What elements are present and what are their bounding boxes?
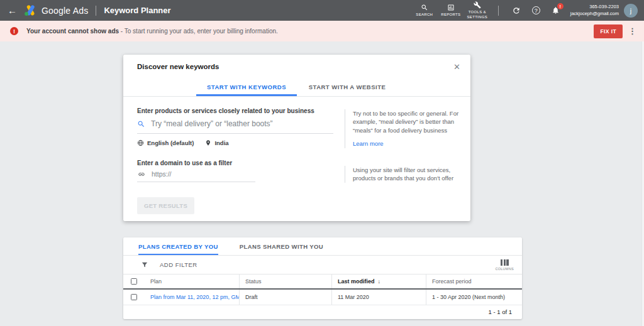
- account-email: jackjoceph@gmail.com: [570, 11, 619, 17]
- avatar[interactable]: j: [624, 4, 638, 18]
- topbar-divider: [96, 6, 96, 16]
- column-header-plan[interactable]: Plan: [145, 274, 239, 288]
- account-id: 365-039-2203: [570, 4, 619, 10]
- error-icon: !: [10, 27, 18, 35]
- close-icon[interactable]: ✕: [453, 63, 460, 71]
- plan-last-modified: 11 Mar 2020: [331, 290, 426, 305]
- keywords-help-text: Try not to be too specific or general. F…: [353, 109, 463, 134]
- refresh-icon: [512, 6, 521, 15]
- columns-label: COLUMNS: [495, 267, 514, 271]
- tools-settings-icon: [474, 1, 481, 9]
- location-pin-icon: [205, 139, 211, 146]
- location-selector[interactable]: India: [214, 139, 228, 146]
- scrollbar[interactable]: [641, 41, 644, 326]
- domain-input[interactable]: [152, 170, 255, 178]
- topbar-divider: [498, 6, 499, 16]
- keywords-field-label: Enter products or services closely relat…: [137, 107, 314, 114]
- domain-input-row: [137, 170, 255, 182]
- columns-button[interactable]: COLUMNS: [495, 259, 514, 271]
- pagination-label: 1 - 1 of 1: [489, 308, 513, 315]
- alert-title: Your account cannot show ads: [26, 28, 119, 35]
- discover-keywords-dialog: Discover new keywords ✕ START WITH KEYWO…: [123, 55, 470, 221]
- get-results-button[interactable]: GET RESULTS: [137, 197, 194, 214]
- account-info: 365-039-2203 jackjoceph@gmail.com: [570, 4, 619, 16]
- page-title: Keyword Planner: [104, 6, 170, 15]
- search-nav-label: SEARCH: [416, 13, 433, 18]
- tab-plans-created-by-you[interactable]: PLANS CREATED BY YOU: [138, 243, 218, 255]
- tab-start-with-keywords[interactable]: START WITH KEYWORDS: [196, 79, 297, 96]
- plan-status: Draft: [239, 290, 331, 305]
- search-nav-button[interactable]: SEARCH: [411, 4, 438, 18]
- reports-nav-label: REPORTS: [441, 13, 460, 18]
- domain-help-text: Using your site will filter out services…: [353, 166, 463, 183]
- column-header-last-modified[interactable]: Last modified↓: [331, 274, 426, 288]
- domain-field-label: Enter a domain to use as a filter: [137, 160, 232, 166]
- dialog-title: Discover new keywords: [137, 63, 219, 70]
- columns-icon: [501, 259, 509, 266]
- fix-it-button[interactable]: FIX IT: [594, 24, 623, 38]
- row-checkbox[interactable]: [131, 294, 137, 300]
- search-icon: [137, 120, 145, 128]
- notifications-button[interactable]: !: [552, 6, 560, 14]
- add-filter-button[interactable]: ADD FILTER: [160, 261, 197, 268]
- plan-forecast-period: 1 - 30 Apr 2020 (Next month): [426, 290, 522, 305]
- back-arrow-icon[interactable]: ←: [8, 5, 17, 16]
- main-area: Discover new keywords ✕ START WITH KEYWO…: [0, 41, 644, 326]
- overflow-menu-icon[interactable]: ⋮: [628, 26, 636, 36]
- billing-alert-bar: ! Your account cannot show ads - To star…: [0, 21, 644, 41]
- google-ads-logo[interactable]: [24, 4, 37, 16]
- keywords-input-row: [137, 119, 333, 134]
- refresh-button[interactable]: [512, 6, 521, 15]
- table-header-row: Plan Status Last modified↓ Forecast peri…: [123, 274, 522, 290]
- brand-name: Google Ads: [42, 6, 88, 16]
- tab-plans-shared-with-you[interactable]: PLANS SHARED WITH YOU: [240, 243, 323, 255]
- learn-more-link[interactable]: Learn more: [353, 140, 384, 147]
- reports-icon: [447, 4, 455, 11]
- plan-link[interactable]: Plan from Mar 11, 2020, 12 pm, GMT+05:30: [145, 290, 239, 305]
- alert-message: - To start running your ads, enter your …: [119, 28, 278, 35]
- tools-settings-nav-button[interactable]: TOOLS & SETTINGS: [464, 1, 491, 19]
- google-ads-logo-icon: [24, 4, 37, 16]
- language-selector[interactable]: English (default): [147, 139, 194, 146]
- topbar: ← Google Ads Keyword Planner SEARCH REPO…: [0, 0, 644, 21]
- domain-help: Using your site will filter out services…: [345, 166, 463, 183]
- column-header-status[interactable]: Status: [239, 274, 331, 288]
- filter-icon: [141, 261, 148, 268]
- plans-tabs: PLANS CREATED BY YOU PLANS SHARED WITH Y…: [123, 237, 522, 256]
- tab-start-with-website[interactable]: START WITH A WEBSITE: [297, 79, 397, 96]
- reports-nav-button[interactable]: REPORTS: [438, 4, 464, 18]
- help-icon: ?: [532, 6, 540, 14]
- dialog-tabs: START WITH KEYWORDS START WITH A WEBSITE: [123, 79, 470, 97]
- tools-settings-nav-label: TOOLS & SETTINGS: [464, 10, 491, 19]
- notification-badge: !: [557, 3, 564, 9]
- keywords-help: Try not to be too specific or general. F…: [345, 109, 463, 148]
- select-all-checkbox[interactable]: [131, 278, 137, 285]
- search-icon: [421, 4, 428, 11]
- table-row: Plan from Mar 11, 2020, 12 pm, GMT+05:30…: [123, 290, 522, 305]
- help-button[interactable]: ?: [532, 6, 540, 14]
- sort-desc-icon: ↓: [378, 278, 381, 285]
- globe-icon: [137, 139, 144, 146]
- plans-card: PLANS CREATED BY YOU PLANS SHARED WITH Y…: [123, 237, 522, 319]
- link-icon: [137, 171, 146, 178]
- column-header-forecast-period[interactable]: Forecast period: [426, 274, 522, 288]
- alert-text: Your account cannot show ads - To start …: [26, 28, 278, 35]
- keywords-input[interactable]: [151, 119, 333, 128]
